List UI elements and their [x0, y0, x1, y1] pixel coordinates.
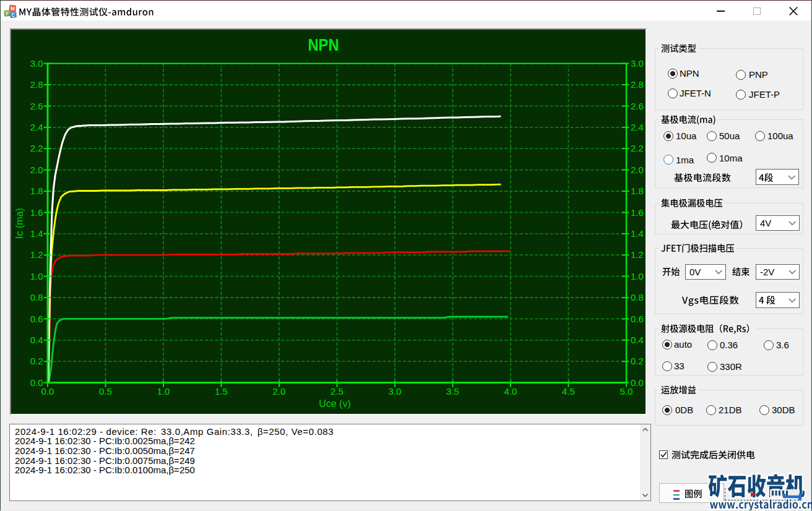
svg-text:0.5: 0.5	[99, 386, 112, 397]
svg-text:2.8: 2.8	[631, 79, 644, 90]
svg-text:0.8: 0.8	[631, 292, 644, 303]
svg-text:3.0: 3.0	[389, 386, 402, 397]
svg-text:C: C	[11, 12, 15, 18]
svg-text:1.2: 1.2	[30, 249, 43, 260]
svg-text:1.4: 1.4	[631, 228, 644, 239]
svg-text:1.5: 1.5	[215, 386, 228, 397]
svg-text:Ic (ma): Ic (ma)	[14, 208, 25, 239]
svg-text:0.4: 0.4	[631, 335, 644, 345]
svg-text:1.8: 1.8	[30, 186, 43, 196]
svg-text:0.0: 0.0	[41, 386, 54, 397]
svg-text:0.2: 0.2	[631, 356, 644, 366]
svg-text:2.8: 2.8	[30, 79, 43, 90]
svg-text:0.6: 0.6	[631, 314, 644, 324]
svg-text:1.4: 1.4	[30, 228, 43, 239]
svg-text:5.0: 5.0	[620, 386, 633, 397]
svg-text:1.6: 1.6	[631, 207, 644, 218]
svg-text:1.8: 1.8	[631, 186, 644, 196]
svg-text:2.4: 2.4	[631, 122, 644, 132]
svg-text:1.0: 1.0	[631, 271, 644, 281]
svg-text:2.5: 2.5	[330, 386, 343, 397]
svg-text:1.2: 1.2	[631, 249, 644, 260]
svg-text:0.6: 0.6	[30, 314, 43, 324]
svg-text:1.0: 1.0	[30, 271, 43, 281]
svg-text:3.0: 3.0	[30, 58, 43, 69]
svg-text:4.5: 4.5	[562, 386, 575, 397]
svg-text:2.2: 2.2	[30, 143, 43, 153]
svg-text:1.6: 1.6	[30, 207, 43, 218]
svg-text:3.0: 3.0	[631, 58, 644, 69]
svg-text:Uce (v): Uce (v)	[319, 398, 351, 409]
svg-text:1.0: 1.0	[157, 386, 170, 397]
svg-text:2.0: 2.0	[631, 165, 644, 175]
svg-text:2.6: 2.6	[631, 101, 644, 111]
svg-text:2.0: 2.0	[273, 386, 286, 397]
svg-text:3.5: 3.5	[446, 386, 459, 397]
svg-text:0.4: 0.4	[30, 335, 43, 345]
svg-text:NPN: NPN	[308, 35, 339, 54]
svg-text:2.2: 2.2	[631, 143, 644, 153]
svg-text:2.6: 2.6	[30, 101, 43, 111]
svg-text:2.4: 2.4	[30, 122, 43, 132]
svg-text:2.0: 2.0	[30, 165, 43, 175]
svg-text:0.2: 0.2	[30, 356, 43, 366]
svg-text:4.0: 4.0	[504, 386, 517, 397]
svg-text:0.8: 0.8	[30, 292, 43, 303]
